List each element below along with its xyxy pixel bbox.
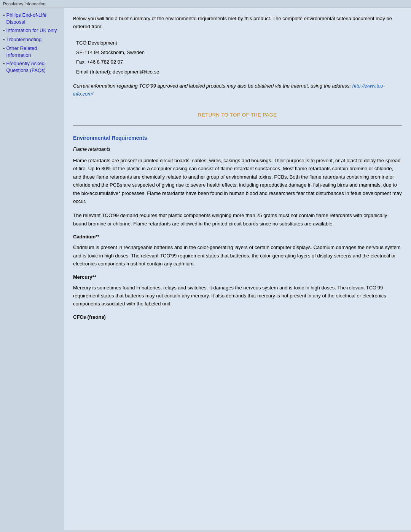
page-layout: • Philips End-of-Life Disposal • Informa…	[0, 8, 411, 530]
address-block: TCO Development SE-114 94 Stockholm, Swe…	[76, 38, 402, 77]
env-section-title: Environmental Requirements	[73, 135, 402, 141]
address-line-1: TCO Development	[76, 38, 402, 47]
flame-para-2: The relevant TCO'99 demand requires that…	[73, 211, 402, 228]
bullet-icon-5: •	[3, 61, 5, 67]
nav-link-uk[interactable]: Information for UK only	[6, 27, 57, 34]
nav-item-philips: • Philips End-of-Life Disposal	[3, 12, 61, 26]
return-link-container: RETURN TO TOP OF THE PAGE	[73, 112, 402, 118]
nav-item-faq: • Frequently Asked Questions (FAQs)	[3, 60, 61, 74]
italic-text: Current information regarding TCO'99 app…	[73, 83, 352, 89]
flame-para-1: Flame retardants are present in printed …	[73, 157, 402, 206]
address-line-4: Email (Internet): development@tco.se	[76, 67, 402, 76]
flame-subsection-label: Flame retardants	[73, 146, 402, 152]
bullet-icon-1: •	[3, 12, 5, 19]
bullet-icon-2: •	[3, 27, 5, 34]
section-divider	[73, 125, 402, 126]
mercury-para: Mercury is sometimes found in batteries,…	[73, 284, 402, 308]
cadmium-heading: Cadmium**	[73, 234, 402, 240]
address-line-2: SE-114 94 Stockholm, Sweden	[76, 48, 402, 57]
main-content: Below you will find a brief summary of t…	[64, 8, 411, 530]
bullet-icon-3: •	[3, 37, 5, 43]
return-to-top-link[interactable]: RETURN TO TOP OF THE PAGE	[198, 112, 277, 118]
cadmium-para: Cadmium is present in rechargeable batte…	[73, 243, 402, 268]
nav-link-other[interactable]: Other Related Information	[6, 45, 61, 59]
intro-paragraph: Below you will find a brief summary of t…	[73, 15, 402, 31]
cfcs-heading: CFCs (freons)	[73, 314, 402, 320]
nav-link-faq[interactable]: Frequently Asked Questions (FAQs)	[6, 60, 61, 74]
mercury-heading: Mercury**	[73, 274, 402, 280]
nav-link-philips[interactable]: Philips End-of-Life Disposal	[6, 12, 61, 26]
nav-item-uk: • Information for UK only	[3, 27, 61, 34]
nav-list: • Philips End-of-Life Disposal • Informa…	[3, 12, 61, 74]
title-bar-text: Regulatory Information	[3, 2, 45, 6]
bullet-icon-4: •	[3, 45, 5, 52]
nav-link-troubleshooting[interactable]: Troubleshooting	[6, 36, 42, 43]
address-line-3: Fax: +46 8 782 92 07	[76, 58, 402, 66]
title-bar: Regulatory Information	[0, 0, 411, 8]
nav-item-other: • Other Related Information	[3, 45, 61, 59]
status-bar: file:///D|/My%20Documents/dfu/W9/english…	[0, 530, 411, 532]
sidebar: • Philips End-of-Life Disposal • Informa…	[0, 8, 64, 530]
nav-item-troubleshooting: • Troubleshooting	[3, 36, 61, 43]
italic-paragraph: Current information regarding TCO'99 app…	[73, 82, 402, 98]
